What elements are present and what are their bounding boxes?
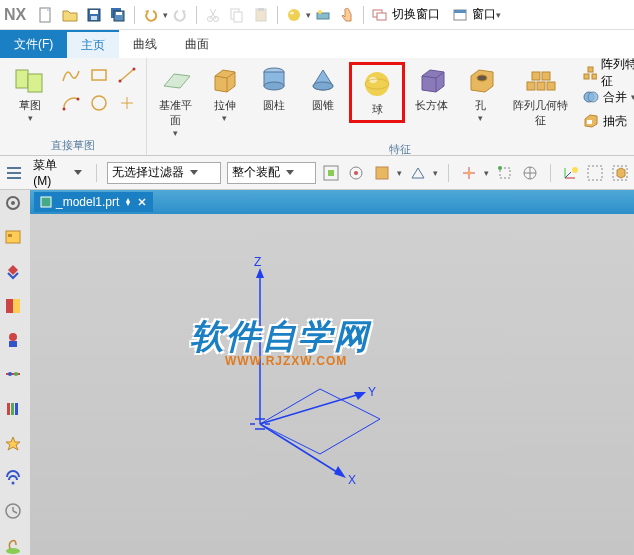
cone-button[interactable]: 圆锥 (300, 62, 345, 115)
line-icon[interactable] (114, 62, 140, 88)
copy-icon[interactable] (227, 5, 247, 25)
ribbon-group-feature: 基准平面▾ 拉伸▾ 圆柱 圆锥 球 长方体 (147, 58, 634, 155)
svg-point-86 (12, 482, 15, 485)
svg-point-56 (354, 171, 358, 175)
reuse-icon[interactable] (4, 331, 26, 349)
svg-point-90 (6, 548, 20, 554)
snap-2-icon[interactable] (495, 162, 514, 184)
cylinder-label: 圆柱 (263, 98, 285, 113)
spline-icon[interactable] (58, 62, 84, 88)
bookmark-icon[interactable] (4, 434, 26, 452)
svg-point-25 (119, 80, 122, 83)
svg-rect-50 (587, 120, 592, 124)
snap-3-icon[interactable] (520, 162, 539, 184)
new-file-icon[interactable] (36, 5, 56, 25)
redo-icon[interactable] (170, 5, 190, 25)
cut-icon[interactable] (203, 5, 223, 25)
svg-rect-22 (28, 74, 42, 92)
shell-button[interactable]: 抽壳 (583, 110, 634, 132)
svg-point-34 (264, 82, 284, 90)
constraint-nav-icon[interactable] (4, 297, 26, 315)
svg-point-73 (11, 201, 15, 205)
hole-button[interactable]: 孔▾ (458, 62, 503, 125)
arc-icon[interactable] (58, 90, 84, 116)
assembly-nav-icon[interactable] (4, 263, 26, 281)
svg-rect-20 (454, 10, 466, 13)
filter-combo[interactable]: 无选择过滤器 (107, 162, 222, 184)
save-all-icon[interactable] (108, 5, 128, 25)
svg-rect-23 (92, 70, 106, 80)
svg-point-60 (467, 171, 471, 175)
select-mode-4-icon[interactable] (408, 162, 427, 184)
system-icon[interactable] (4, 537, 26, 555)
svg-text:Y: Y (368, 385, 376, 399)
part-nav-icon[interactable] (4, 228, 26, 246)
open-file-icon[interactable] (60, 5, 80, 25)
render-icon[interactable] (313, 5, 333, 25)
document-tab[interactable]: _model1.prt (34, 192, 153, 212)
pin-icon[interactable] (123, 197, 133, 207)
switch-window-icon[interactable] (370, 5, 390, 25)
library-icon[interactable] (4, 400, 26, 418)
select-mode-3-icon[interactable] (372, 162, 391, 184)
separator (134, 6, 135, 24)
assembly-combo[interactable]: 整个装配 (227, 162, 315, 184)
cylinder-button[interactable]: 圆柱 (251, 62, 296, 115)
svg-rect-41 (537, 82, 545, 90)
wcs-icon[interactable] (561, 162, 580, 184)
unite-button[interactable]: 合并▾ (583, 86, 634, 108)
circle-icon[interactable] (86, 90, 112, 116)
box-zoom-icon[interactable] (586, 162, 605, 184)
quick-dropdown[interactable]: ▾ (306, 10, 311, 20)
window-label[interactable]: 窗口 (472, 6, 496, 23)
menu-button[interactable]: 菜单(M) (29, 162, 86, 184)
tab-home[interactable]: 主页 (67, 30, 119, 58)
ribbon: 草图 ▾ 直接草图 基准平面▾ 拉伸▾ (0, 58, 634, 156)
svg-point-82 (14, 372, 18, 376)
select-mode-2-icon[interactable] (347, 162, 366, 184)
undo-dropdown[interactable]: ▾ (163, 10, 168, 20)
svg-rect-45 (584, 74, 589, 79)
svg-rect-42 (547, 82, 555, 90)
menu-icon[interactable] (4, 162, 23, 184)
svg-point-62 (498, 166, 502, 170)
tab-surface[interactable]: 曲面 (171, 30, 223, 58)
hd3d-icon[interactable] (4, 365, 26, 383)
save-icon[interactable] (84, 5, 104, 25)
sketch-button[interactable]: 草图 ▾ (6, 62, 54, 125)
pattern-feature-button[interactable]: 阵列特征 (583, 62, 634, 84)
tab-curve[interactable]: 曲线 (119, 30, 171, 58)
history-icon[interactable] (4, 502, 26, 520)
point-icon[interactable] (114, 90, 140, 116)
pattern-geom-button[interactable]: 阵列几何特征 (507, 62, 574, 130)
switch-window-label[interactable]: 切换窗口 (392, 6, 440, 23)
svg-rect-46 (592, 74, 597, 79)
svg-rect-18 (377, 13, 386, 20)
window-icon[interactable] (450, 5, 470, 25)
close-icon[interactable] (137, 197, 147, 207)
svg-point-36 (365, 72, 389, 96)
menu-file[interactable]: 文件(F) (0, 30, 67, 58)
cuboid-button[interactable]: 长方体 (409, 62, 454, 115)
fit-icon[interactable] (611, 162, 630, 184)
sphere-button[interactable]: 球 (353, 66, 401, 119)
snap-1-icon[interactable] (459, 162, 478, 184)
viewport[interactable]: Z Y X 软件自学网 WWW.RJZXW.COM (30, 214, 634, 555)
svg-point-78 (9, 333, 17, 341)
feature-side-list: 阵列特征 合并▾ 抽壳 (579, 62, 634, 132)
paste-icon[interactable] (251, 5, 271, 25)
touch-icon[interactable] (337, 5, 357, 25)
watermark-url: WWW.RJZXW.COM (225, 354, 347, 368)
settings-icon[interactable] (4, 194, 26, 212)
datum-plane-button[interactable]: 基准平面▾ (153, 62, 198, 140)
select-mode-1-icon[interactable] (322, 162, 341, 184)
filterbar: 菜单(M) 无选择过滤器 整个装配 ▾ ▾ ▾ (0, 156, 634, 190)
svg-point-29 (92, 96, 106, 110)
internet-icon[interactable] (4, 468, 26, 486)
rectangle-icon[interactable] (86, 62, 112, 88)
sphere-quick-icon[interactable] (284, 5, 304, 25)
extrude-button[interactable]: 拉伸▾ (202, 62, 247, 125)
menubar: 文件(F) 主页 曲线 曲面 (0, 30, 634, 58)
window-dropdown[interactable]: ▾ (496, 10, 501, 20)
undo-icon[interactable] (141, 5, 161, 25)
